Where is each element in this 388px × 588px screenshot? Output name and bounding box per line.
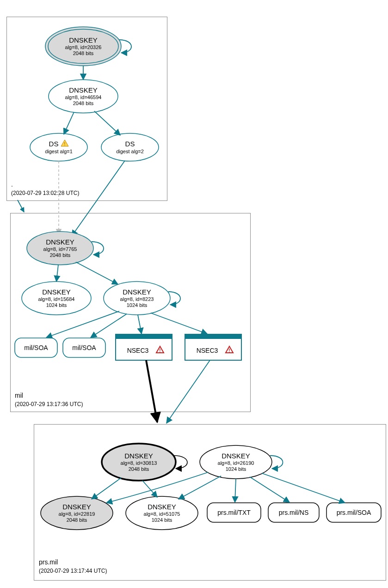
prs-ksk-node: DNSKEY alg=8, id=30813 2048 bits [102,444,176,481]
mil-soa1-node: mil/SOA [15,338,57,357]
edge-root-zsk-ds2 [94,111,120,135]
edge-ds2-to-mil-ksk [72,161,125,236]
prs-ns-node: prs.mil/NS [268,503,319,522]
svg-text:mil/SOA: mil/SOA [72,344,96,351]
svg-text:alg=8, id=46594: alg=8, id=46594 [65,94,102,100]
svg-rect-34 [116,334,172,339]
svg-text:DNSKEY: DNSKEY [124,452,153,460]
edge-mil-zsk2-nsec2 [151,313,207,334]
mil-zsk2-node: DNSKEY alg=8, id=8223 1024 bits [104,281,170,315]
svg-text:1024 bits: 1024 bits [127,302,148,308]
svg-text:DS: DS [125,140,135,148]
svg-text:2048 bits: 2048 bits [129,466,149,472]
mil-ksk-node: DNSKEY alg=8, id=7765 2048 bits [27,231,93,265]
root-ds2-node: DS digest alg=2 [101,133,159,161]
svg-text:alg=8, id=20326: alg=8, id=20326 [65,44,102,50]
svg-text:!: ! [159,348,160,353]
root-ksk-node: DNSKEY alg=8, id=20326 2048 bits [45,27,121,66]
edge-root-to-mil-thick [18,200,24,212]
svg-text:1024 bits: 1024 bits [152,517,172,523]
edge-prs-zsk-txt [235,479,236,502]
svg-text:NSEC3: NSEC3 [127,347,149,354]
svg-text:DNSKEY: DNSKEY [62,503,91,511]
prs-dk3-node: DNSKEY alg=8, id=22819 2048 bits [41,496,113,530]
diagram-canvas: DNSKEY alg=8, id=20326 2048 bits DNSKEY … [0,0,388,588]
svg-text:1024 bits: 1024 bits [46,302,67,308]
svg-text:alg=8, id=22819: alg=8, id=22819 [59,511,95,517]
svg-text:alg=8, id=8223: alg=8, id=8223 [120,296,154,302]
svg-text:2048 bits: 2048 bits [67,517,87,523]
mil-soa2-node: mil/SOA [63,338,105,357]
edge-mil-ksk-zsk1 [56,265,58,281]
svg-text:DNSKEY: DNSKEY [123,288,151,296]
edge-mil-ksk-zsk2 [76,262,118,284]
svg-text:2048 bits: 2048 bits [73,100,94,106]
root-ds1-node: DS digest alg=1 ! [30,133,87,161]
svg-text:digest alg=2: digest alg=2 [116,149,144,154]
svg-text:alg=8, id=30813: alg=8, id=30813 [121,460,157,466]
svg-text:alg=8, id=15684: alg=8, id=15684 [38,296,75,302]
svg-text:prs.mil/TXT: prs.mil/TXT [217,509,251,516]
edge-prs-ksk-dk3 [92,478,121,499]
svg-text:DNSKEY: DNSKEY [46,238,74,246]
svg-text:alg=8, id=7765: alg=8, id=7765 [43,246,77,252]
svg-point-9 [30,133,87,161]
svg-text:!: ! [64,142,66,147]
edge-mil-zsk2-nsec1 [138,315,142,334]
prs-zsk-node: DNSKEY alg=8, id=26190 1024 bits [200,445,272,479]
svg-rect-39 [185,334,241,339]
edge-mil-to-prs-thick [146,360,157,422]
svg-text:alg=8, id=51075: alg=8, id=51075 [144,511,180,517]
prs-dk4-node: DNSKEY alg=8, id=51075 1024 bits [126,496,198,530]
svg-text:NSEC3: NSEC3 [197,347,218,354]
root-zsk-node: DNSKEY alg=8, id=46594 2048 bits [49,80,118,113]
edge-root-zsk-ds1 [64,112,74,134]
edge-nsec2-to-prs [166,360,210,423]
svg-text:DS: DS [49,140,59,148]
svg-text:DNSKEY: DNSKEY [42,288,71,296]
svg-text:1024 bits: 1024 bits [226,466,246,472]
svg-text:DNSKEY: DNSKEY [69,36,98,44]
svg-text:prs.mil/SOA: prs.mil/SOA [337,509,371,516]
prs-txt-node: prs.mil/TXT [207,503,261,522]
svg-text:DNSKEY: DNSKEY [148,503,176,511]
svg-text:mil/SOA: mil/SOA [24,344,48,351]
svg-text:alg=8, id=26190: alg=8, id=26190 [218,460,254,466]
mil-zsk1-node: DNSKEY alg=8, id=15684 1024 bits [22,281,91,315]
svg-text:DNSKEY: DNSKEY [222,452,250,460]
mil-nsec2-node: NSEC3 ! [185,334,241,360]
prs-soa-node: prs.mil/SOA [326,503,381,522]
edge-prs-zsk-soa [262,473,345,503]
mil-nsec1-node: NSEC3 ! [116,334,172,360]
svg-text:prs.mil/NS: prs.mil/NS [279,509,309,516]
svg-text:digest alg=1: digest alg=1 [45,149,73,154]
svg-text:!: ! [228,348,230,353]
svg-text:2048 bits: 2048 bits [50,252,71,258]
svg-text:2048 bits: 2048 bits [73,50,94,56]
svg-text:DNSKEY: DNSKEY [69,86,98,94]
